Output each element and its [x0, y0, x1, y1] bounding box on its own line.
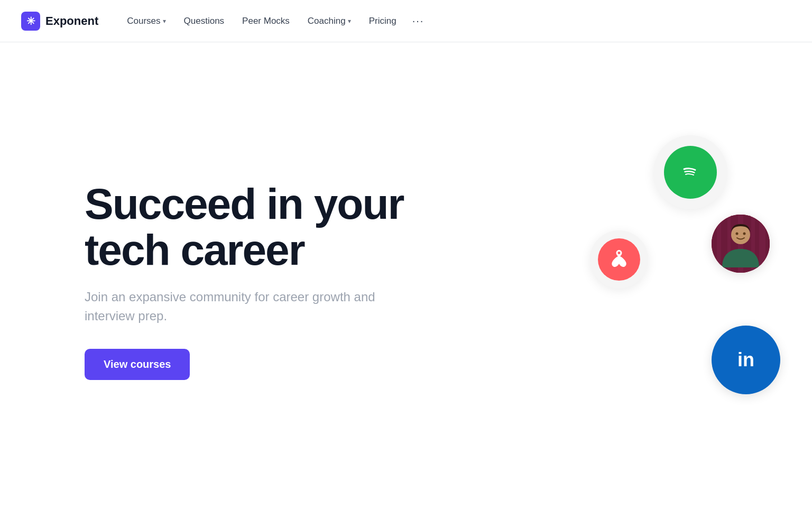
nav-item-pricing[interactable]: Pricing [362, 12, 404, 31]
logo-link[interactable]: ✳ Exponent [21, 12, 98, 31]
svg-point-8 [736, 233, 739, 235]
hero-section: Succeed in your tech career Join an expa… [0, 42, 812, 519]
chevron-down-icon: ▾ [348, 17, 351, 25]
nav-item-questions[interactable]: Questions [177, 12, 232, 31]
svg-point-9 [743, 233, 746, 235]
svg-point-7 [731, 225, 750, 244]
linkedin-badge: in [712, 326, 780, 394]
airbnb-icon [598, 238, 640, 281]
svg-rect-2 [717, 215, 721, 273]
floating-icons: in [569, 135, 780, 426]
navbar: ✳ Exponent Courses ▾ Questions Peer Mock… [0, 0, 812, 42]
chevron-down-icon: ▾ [163, 17, 166, 25]
logo-icon: ✳ [21, 12, 40, 31]
person-avatar [712, 215, 770, 273]
nav-item-peer-mocks[interactable]: Peer Mocks [235, 12, 297, 31]
hero-content: Succeed in your tech career Join an expa… [85, 181, 403, 379]
airbnb-badge [590, 230, 648, 289]
hero-subtitle: Join an expansive community for career g… [85, 288, 381, 326]
nav-item-courses[interactable]: Courses ▾ [119, 12, 173, 31]
spotify-icon [664, 146, 717, 199]
svg-text:in: in [737, 349, 754, 370]
logo-text: Exponent [45, 14, 98, 28]
nav-links: Courses ▾ Questions Peer Mocks Coaching … [119, 11, 429, 31]
nav-more-button[interactable]: ··· [407, 11, 430, 31]
nav-item-coaching[interactable]: Coaching ▾ [300, 12, 358, 31]
spotify-badge [653, 135, 727, 209]
svg-rect-6 [759, 215, 765, 273]
view-courses-button[interactable]: View courses [85, 349, 190, 380]
hero-title: Succeed in your tech career [85, 181, 403, 272]
